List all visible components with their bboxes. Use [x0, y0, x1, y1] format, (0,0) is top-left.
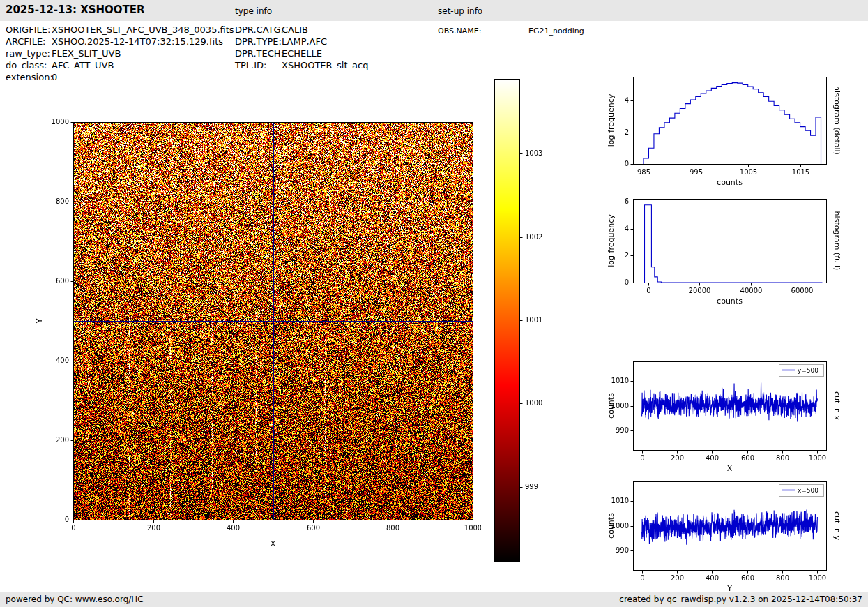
metadata-key: DPR.CATG: [235, 24, 282, 36]
histogram-detail-canvas [603, 68, 844, 194]
metadata-row: DPR.CATG:CALIB [235, 24, 368, 36]
metadata-value: FLEX_SLIT_UVB [52, 48, 121, 59]
metadata-row: ARCFILE:XSHOO.2025-12-14T07:32:15.129.fi… [6, 36, 234, 47]
metadata-row: extension:0 [6, 71, 234, 83]
metadata-key: OBS.NAME: [438, 25, 528, 37]
footer-created-by: created by qc_rawdisp.py v1.2.3 on 2025-… [619, 592, 862, 607]
colorbar-canvas [492, 73, 551, 569]
dpr-metadata-block: DPR.CATG:CALIB DPR.TYPE:LAMP,AFC DPR.TEC… [235, 24, 368, 71]
metadata-value: XSHOOTER_slt_acq [282, 60, 368, 70]
metadata-value: ECHELLE [282, 48, 322, 59]
metadata-value: AFC_ATT_UVB [52, 60, 114, 70]
footer-bar: powered by QC: www.eso.org/HC created by… [0, 592, 868, 607]
raw-image-canvas [28, 112, 481, 565]
metadata-row: OBS.NAME:EG21_nodding [438, 25, 584, 37]
metadata-row: ORIGFILE:XSHOOTER_SLT_AFC_UVB_348_0035.f… [6, 24, 234, 36]
metadata-row: DPR.TYPE:LAMP,AFC [235, 36, 368, 47]
metadata-row: TPL.ID:XSHOOTER_slt_acq [235, 59, 368, 71]
histogram-full-canvas [603, 190, 844, 316]
metadata-key: TPL.ID: [235, 59, 282, 71]
metadata-row: raw_type:FLEX_SLIT_UVB [6, 47, 234, 59]
metadata-value: EG21_nodding [528, 27, 584, 36]
metadata-value: XSHOOTER_SLT_AFC_UVB_348_0035.fits [52, 24, 234, 35]
type-info-heading: type info [235, 6, 272, 16]
metadata-key: do_class: [6, 59, 52, 71]
metadata-key: ORIGFILE: [6, 24, 52, 36]
file-metadata-block: ORIGFILE:XSHOOTER_SLT_AFC_UVB_348_0035.f… [6, 24, 234, 83]
metadata-key: ARCFILE: [6, 36, 52, 47]
metadata-row: DPR.TECH:ECHELLE [235, 47, 368, 59]
page-title: 2025-12-13: XSHOOTER [6, 3, 145, 16]
metadata-key: DPR.TYPE: [235, 36, 282, 47]
cut-in-y-canvas [603, 472, 844, 592]
metadata-key: extension: [6, 71, 52, 83]
metadata-value: CALIB [282, 24, 308, 35]
qc-report-page: 2025-12-13: XSHOOTER type info set-up in… [0, 0, 868, 607]
obs-metadata-block: OBS.NAME:EG21_nodding [438, 25, 584, 37]
header-bar: 2025-12-13: XSHOOTER type info set-up in… [0, 0, 868, 21]
metadata-key: raw_type: [6, 47, 52, 59]
metadata-value: 0 [52, 72, 57, 82]
footer-powered-by: powered by QC: www.eso.org/HC [6, 592, 144, 607]
metadata-value: XSHOO.2025-12-14T07:32:15.129.fits [52, 36, 223, 47]
metadata-value: LAMP,AFC [282, 36, 327, 47]
metadata-key: DPR.TECH: [235, 47, 282, 59]
setup-info-heading: set-up info [438, 6, 482, 16]
metadata-row: do_class:AFC_ATT_UVB [6, 59, 234, 71]
cut-in-x-canvas [603, 353, 844, 472]
